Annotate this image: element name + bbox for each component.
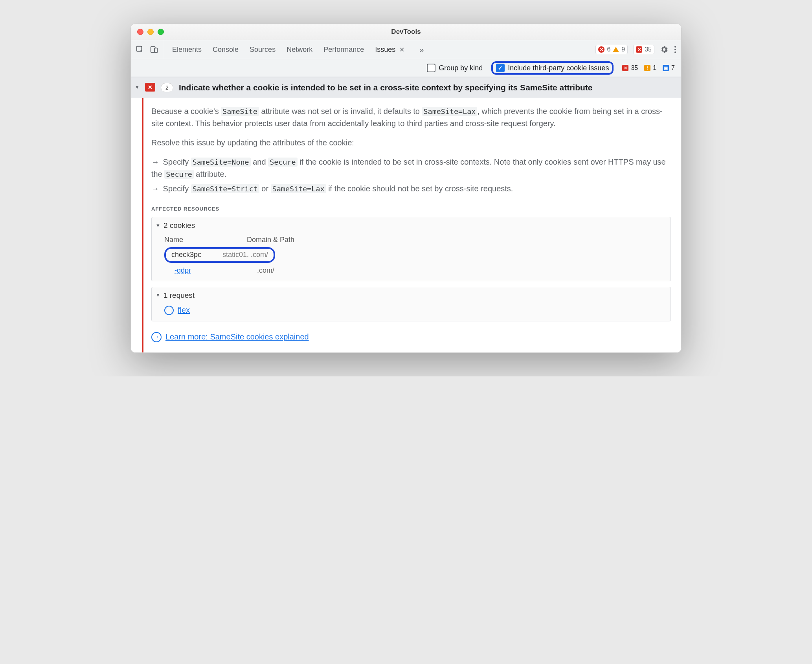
titlebar: DevTools: [131, 24, 681, 40]
cookie-domain: .com/: [257, 265, 274, 276]
breaking-changes-count[interactable]: !1: [644, 64, 656, 72]
code-samesite-strict: SameSite=Strict: [191, 184, 259, 193]
checkbox-checked-icon: [496, 64, 505, 72]
tab-console[interactable]: Console: [213, 46, 239, 54]
error-icon: ✕: [598, 46, 604, 53]
issue-occurrence-count: 2: [161, 83, 173, 92]
group-by-kind-checkbox[interactable]: Group by kind: [427, 64, 483, 72]
issue-suggestion-1: → Specify SameSite=None and Secure if th…: [151, 156, 671, 180]
cookie-row[interactable]: -gdpr .com/: [164, 265, 667, 276]
issues-count: 35: [645, 46, 652, 53]
code-secure-2: Secure: [164, 170, 193, 179]
affected-cookies-box: ▼ 2 cookies Name Domain & Path check3pc …: [151, 217, 671, 281]
inspect-icon[interactable]: [136, 45, 144, 54]
severity-gutter: [131, 98, 145, 352]
caret-down-icon: ▼: [156, 292, 160, 299]
tab-elements[interactable]: Elements: [172, 46, 202, 54]
affected-cookies-toggle[interactable]: ▼ 2 cookies: [156, 220, 667, 231]
request-row[interactable]: flex: [164, 304, 667, 316]
issues-filterbar: Group by kind Include third-party cookie…: [131, 59, 681, 77]
window-title: DevTools: [131, 28, 681, 36]
col-name: Name: [164, 235, 223, 246]
warning-square-icon: !: [644, 65, 650, 71]
code-samesite: SameSite: [221, 107, 259, 116]
tab-sources[interactable]: Sources: [250, 46, 276, 54]
info-square-icon: ▣: [663, 65, 669, 71]
issue-error-badge: ✕: [145, 83, 155, 92]
svg-point-5: [674, 51, 676, 53]
cookie-row-highlighted[interactable]: check3pc static01. .com/: [164, 247, 275, 263]
network-request-icon: [164, 306, 174, 315]
tab-performance[interactable]: Performance: [323, 46, 364, 54]
external-link-icon: →: [151, 332, 162, 342]
warning-count: 9: [621, 46, 625, 53]
tab-issues[interactable]: Issues ✕: [375, 46, 404, 54]
device-toggle-icon[interactable]: [150, 45, 158, 54]
include-third-party-label: Include third-party cookie issues: [508, 64, 609, 72]
arrow-icon: →: [151, 158, 159, 166]
issue-title: Indicate whether a cookie is intended to…: [179, 82, 593, 93]
devtools-window: DevTools Elements Console Sources Networ…: [130, 24, 682, 353]
caret-down-icon: ▼: [156, 222, 160, 229]
issue-error-icon: ✕: [636, 46, 642, 53]
svg-point-3: [674, 46, 676, 48]
affected-requests-header: 1 request: [164, 290, 195, 301]
request-name-link[interactable]: flex: [178, 304, 190, 316]
tab-network[interactable]: Network: [287, 46, 312, 54]
learn-more-text: Learn more: SameSite cookies explained: [165, 331, 309, 343]
warning-icon: [613, 47, 619, 52]
col-domain: Domain & Path: [247, 235, 294, 246]
cookie-name-link[interactable]: -gdpr: [175, 265, 233, 276]
code-secure: Secure: [268, 158, 297, 167]
code-samesite-none: SameSite=None: [191, 158, 251, 167]
improvements-count[interactable]: ▣7: [663, 64, 675, 72]
svg-point-4: [674, 49, 676, 50]
cookies-table: Name Domain & Path check3pc static01. .c…: [164, 235, 667, 276]
issues-severity-counts: ✕35 !1 ▣7: [622, 64, 675, 72]
learn-more-link[interactable]: → Learn more: SameSite cookies explained: [151, 331, 671, 343]
issue-body: Because a cookie's SameSite attribute wa…: [131, 98, 681, 352]
group-by-kind-label: Group by kind: [439, 64, 483, 72]
code-samesite-lax: SameSite=Lax: [422, 107, 478, 116]
expand-toggle-icon[interactable]: ▼: [135, 82, 140, 90]
code-samesite-lax-2: SameSite=Lax: [271, 184, 326, 193]
affected-resources-label: AFFECTED RESOURCES: [151, 205, 671, 213]
tabs-overflow-icon[interactable]: »: [415, 45, 424, 54]
cookie-domain: static01. .com/: [222, 249, 268, 260]
include-third-party-checkbox[interactable]: Include third-party cookie issues: [491, 61, 614, 75]
tab-issues-label: Issues: [375, 46, 395, 54]
tabstrip: Elements Console Sources Network Perform…: [131, 40, 681, 59]
arrow-icon: →: [151, 184, 159, 193]
close-tab-icon[interactable]: ✕: [399, 46, 404, 53]
issue-header[interactable]: ▼ ✕ 2 Indicate whether a cookie is inten…: [131, 77, 681, 98]
affected-requests-box: ▼ 1 request flex: [151, 287, 671, 321]
checkbox-empty-icon: [427, 64, 435, 72]
error-square-icon: ✕: [622, 65, 628, 71]
more-menu-icon[interactable]: [674, 45, 676, 54]
svg-rect-2: [154, 48, 157, 52]
error-count: 6: [607, 46, 610, 53]
page-errors-count[interactable]: ✕35: [622, 64, 638, 72]
console-errors-warnings-pill[interactable]: ✕ 6 9: [595, 45, 628, 54]
issue-suggestion-2: → Specify SameSite=Strict or SameSite=La…: [151, 183, 671, 195]
issue-description-1: Because a cookie's SameSite attribute wa…: [151, 105, 671, 130]
affected-requests-toggle[interactable]: ▼ 1 request: [156, 290, 667, 301]
issues-count-pill[interactable]: ✕ 35: [633, 45, 654, 54]
cookie-name: check3pc: [171, 249, 215, 260]
affected-cookies-header: 2 cookies: [164, 220, 195, 231]
issue-description-2: Resolve this issue by updating the attri…: [151, 137, 671, 149]
settings-gear-icon[interactable]: [660, 45, 669, 54]
